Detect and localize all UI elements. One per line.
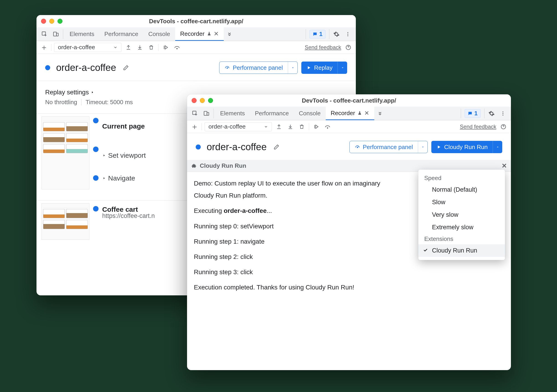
- import-icon[interactable]: [286, 122, 295, 131]
- chevron-down-icon: [113, 45, 117, 49]
- extension-panel-title: Cloudy Run Run: [200, 162, 246, 169]
- export-icon[interactable]: [124, 43, 133, 52]
- flask-icon: [357, 111, 362, 115]
- svg-point-4: [347, 34, 348, 35]
- issues-button[interactable]: 1: [465, 109, 481, 118]
- output-line: Execution completed. Thanks for using Cl…: [194, 281, 504, 293]
- menu-item-cloudy-run[interactable]: Cloudy Run Run: [418, 244, 505, 257]
- tab-elements[interactable]: Elements: [65, 27, 99, 41]
- gauge-icon: [355, 144, 360, 150]
- tab-performance[interactable]: Performance: [250, 107, 294, 120]
- svg-rect-10: [204, 111, 207, 115]
- close-tab-icon[interactable]: ✕: [364, 110, 369, 117]
- performance-panel-button[interactable]: Performance panel: [349, 141, 428, 153]
- mac-titlebar: DevTools - coffee-cart.netlify.app/: [36, 15, 356, 27]
- recording-select[interactable]: order-a-coffee: [54, 43, 121, 52]
- play-icon: [306, 65, 311, 70]
- chevron-down-icon: [264, 125, 268, 129]
- recorder-toolbar: ＋ order-a-coffee Send feedback: [36, 41, 356, 54]
- inspect-icon[interactable]: [189, 107, 201, 120]
- import-icon[interactable]: [135, 43, 144, 52]
- window-title: DevTools - coffee-cart.netlify.app/: [187, 97, 511, 104]
- delete-icon[interactable]: [147, 43, 156, 52]
- send-feedback-link[interactable]: Send feedback: [460, 124, 496, 130]
- window-title: DevTools - coffee-cart.netlify.app/: [36, 18, 356, 25]
- chevron-right-icon: [102, 176, 106, 180]
- svg-point-15: [327, 128, 328, 128]
- export-icon[interactable]: [275, 122, 283, 131]
- svg-point-6: [177, 48, 177, 49]
- devtools-tabbar: Elements Performance Console Recorder ✕ …: [36, 27, 356, 41]
- recorder-header: order-a-coffee Performance panel Replay: [36, 54, 356, 81]
- edit-title-icon[interactable]: [272, 143, 281, 151]
- help-icon[interactable]: [344, 43, 353, 52]
- add-recording-button[interactable]: ＋: [190, 122, 199, 131]
- flask-icon: [207, 32, 212, 36]
- svg-point-12: [502, 112, 503, 112]
- help-icon[interactable]: [499, 122, 508, 131]
- svg-rect-1: [54, 32, 57, 36]
- replay-speed-menu: Speed Normal (Default) Slow Very slow Ex…: [418, 169, 505, 260]
- svg-point-13: [502, 113, 503, 114]
- mac-titlebar: DevTools - coffee-cart.netlify.app/: [187, 94, 511, 107]
- step-play-icon[interactable]: [161, 43, 170, 52]
- step-thumbnail: [41, 116, 90, 189]
- menu-item-extremely-slow[interactable]: Extremely slow: [418, 221, 505, 234]
- issues-button[interactable]: 1: [310, 30, 326, 39]
- kebab-icon[interactable]: [497, 107, 509, 120]
- check-icon: [423, 248, 428, 253]
- cloudy-run-button[interactable]: Cloudy Run Run: [431, 141, 502, 153]
- tab-console[interactable]: Console: [294, 107, 326, 120]
- device-toggle-icon[interactable]: [201, 107, 212, 120]
- delete-icon[interactable]: [297, 122, 306, 131]
- tab-console[interactable]: Console: [143, 27, 175, 41]
- gauge-icon: [224, 65, 230, 70]
- chevron-up-icon[interactable]: [493, 141, 502, 153]
- svg-point-17: [357, 147, 358, 148]
- puzzle-icon: [191, 163, 197, 169]
- svg-point-14: [502, 115, 503, 116]
- menu-group-extensions: Extensions: [418, 234, 505, 244]
- recorder-header: order-a-coffee Performance panel Cloudy …: [187, 133, 511, 160]
- device-toggle-icon[interactable]: [50, 27, 62, 41]
- performance-panel-button[interactable]: Performance panel: [219, 62, 298, 74]
- step-over-icon[interactable]: [323, 122, 332, 131]
- edit-title-icon[interactable]: [122, 63, 130, 72]
- menu-group-speed: Speed: [418, 173, 505, 184]
- close-tab-icon[interactable]: ✕: [214, 30, 219, 37]
- inspect-icon[interactable]: [39, 27, 50, 41]
- tab-elements[interactable]: Elements: [215, 107, 250, 120]
- add-recording-button[interactable]: ＋: [40, 43, 48, 52]
- svg-point-5: [347, 35, 348, 36]
- menu-item-slow[interactable]: Slow: [418, 196, 505, 208]
- chevron-down-icon[interactable]: [288, 62, 297, 74]
- play-icon: [436, 144, 441, 150]
- svg-point-8: [227, 68, 228, 69]
- recording-title: order-a-coffee: [56, 62, 116, 73]
- replay-button[interactable]: Replay: [301, 62, 347, 74]
- settings-icon[interactable]: [331, 27, 342, 41]
- more-tabs-icon[interactable]: [374, 107, 386, 120]
- step-thumbnail: [41, 203, 90, 240]
- chevron-down-icon[interactable]: [418, 141, 427, 153]
- tab-performance[interactable]: Performance: [99, 27, 143, 41]
- close-panel-icon[interactable]: ✕: [502, 162, 507, 169]
- throttle-label: No throttling: [45, 99, 77, 106]
- settings-icon[interactable]: [486, 107, 497, 120]
- recorder-toolbar: ＋ order-a-coffee Send feedback: [187, 120, 511, 133]
- tab-recorder[interactable]: Recorder ✕: [326, 107, 374, 120]
- menu-item-very-slow[interactable]: Very slow: [418, 208, 505, 221]
- send-feedback-link[interactable]: Send feedback: [305, 44, 341, 51]
- more-tabs-icon[interactable]: [224, 27, 235, 41]
- svg-rect-2: [56, 33, 58, 36]
- kebab-icon[interactable]: [342, 27, 353, 41]
- menu-item-normal[interactable]: Normal (Default): [418, 184, 505, 196]
- step-over-icon[interactable]: [173, 43, 181, 52]
- recording-dot-icon: [45, 65, 50, 70]
- chevron-down-icon[interactable]: [338, 62, 347, 74]
- recording-select[interactable]: order-a-coffee: [205, 122, 272, 131]
- recording-title: order-a-coffee: [207, 142, 267, 152]
- step-play-icon[interactable]: [312, 122, 320, 131]
- tab-recorder[interactable]: Recorder ✕: [175, 27, 224, 41]
- svg-rect-11: [207, 112, 209, 115]
